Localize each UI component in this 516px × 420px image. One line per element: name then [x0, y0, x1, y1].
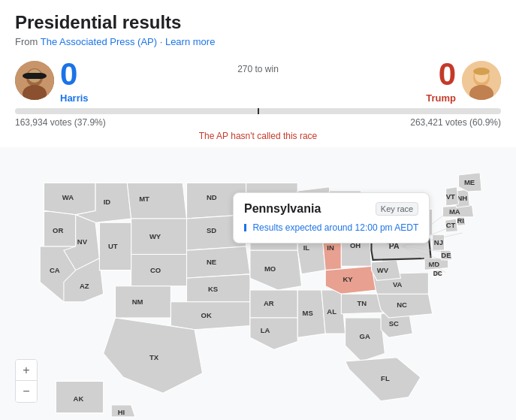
svg-marker-51	[250, 290, 297, 318]
svg-marker-13	[44, 210, 76, 246]
zoom-out-button[interactable]: −	[16, 381, 37, 402]
main-container: Presidential results From The Associated…	[0, 0, 516, 141]
progress-bar	[15, 108, 501, 114]
svg-marker-39	[187, 274, 250, 302]
svg-marker-105	[459, 173, 482, 192]
svg-marker-109	[56, 381, 103, 412]
svg-marker-37	[187, 246, 250, 278]
center-marker	[258, 108, 259, 114]
harris-candidate: 0 Harris	[15, 56, 89, 104]
svg-marker-41	[170, 302, 250, 330]
svg-marker-31	[99, 222, 131, 270]
tooltip-state-name: Pennsylvania	[244, 202, 321, 216]
source-link[interactable]: The Associated Press (AP)	[41, 36, 157, 47]
tooltip-header: Pennsylvania Key race	[244, 202, 418, 216]
svg-marker-29	[116, 286, 171, 318]
tooltip-bar-indicator	[244, 224, 246, 231]
harris-name: Harris	[60, 92, 89, 104]
candidates-row: 0 Harris 270 to win 0 Trump	[15, 56, 501, 104]
svg-point-9	[473, 68, 490, 75]
svg-marker-111	[111, 405, 135, 417]
trump-avatar	[462, 61, 501, 100]
svg-marker-79	[377, 294, 433, 318]
source-line: From The Associated Press (AP) · Learn m…	[15, 36, 501, 47]
map-container: WA OR CA ID NV AZ MT WY CO NM UT ND	[0, 147, 516, 420]
trump-votes: 263,421 votes (60.9%)	[410, 117, 501, 128]
center-label: 270 to win	[237, 64, 279, 74]
svg-marker-83	[371, 260, 400, 280]
zoom-controls: + −	[15, 359, 38, 403]
svg-marker-25	[131, 219, 187, 255]
source-prefix: From	[15, 36, 41, 47]
learn-more-link[interactable]: Learn more	[165, 36, 215, 47]
tooltip-results-text: Results expected around 12:00 pm AEDT	[252, 222, 418, 233]
votes-row: 163,934 votes (37.9%) 263,421 votes (60.…	[15, 117, 501, 128]
harris-avatar	[15, 61, 54, 100]
trump-score: 0	[426, 56, 456, 92]
state-tooltip: Pennsylvania Key race Results expected a…	[233, 192, 430, 243]
tooltip-key-race-badge: Key race	[376, 202, 418, 216]
harris-score: 0	[60, 56, 89, 92]
svg-marker-55	[297, 290, 325, 337]
svg-marker-27	[131, 255, 187, 286]
trump-info: 0 Trump	[426, 56, 456, 104]
us-map-svg: WA OR CA ID NV AZ MT WY CO NM UT ND	[0, 147, 516, 420]
svg-marker-95	[445, 219, 458, 232]
svg-marker-89	[433, 234, 445, 250]
trump-candidate: 0 Trump	[426, 56, 501, 104]
svg-marker-103	[446, 187, 459, 206]
tooltip-results: Results expected around 12:00 pm AEDT	[244, 220, 418, 234]
zoom-in-button[interactable]: +	[16, 360, 37, 381]
svg-marker-107	[433, 270, 442, 276]
not-called-text: The AP hasn't called this race	[15, 131, 501, 141]
svg-marker-11	[44, 183, 96, 215]
harris-info: 0 Harris	[60, 56, 89, 104]
svg-marker-69	[325, 266, 377, 294]
page-title: Presidential results	[15, 12, 501, 33]
svg-marker-93	[440, 250, 452, 260]
svg-rect-4	[23, 73, 47, 79]
harris-votes: 163,934 votes (37.9%)	[15, 117, 106, 128]
trump-name: Trump	[426, 92, 456, 104]
source-separator: ·	[157, 36, 165, 47]
